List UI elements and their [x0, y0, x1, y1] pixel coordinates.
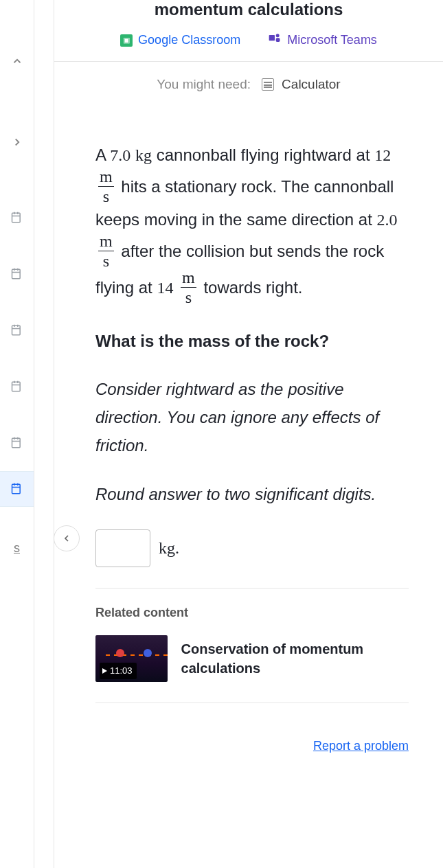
divider	[95, 588, 409, 589]
problem-statement: A 7.0 kg cannonball flying rightward at …	[95, 141, 409, 307]
svg-rect-6	[269, 35, 275, 41]
microsoft-teams-icon	[268, 32, 282, 49]
related-content-item[interactable]: 11:03 Conservation of momentum calculati…	[95, 635, 409, 682]
video-duration-badge: 11:03	[100, 663, 137, 679]
chevron-up-icon[interactable]	[11, 55, 23, 67]
google-classroom-label: Google Classroom	[138, 33, 240, 47]
svg-rect-5	[12, 484, 20, 493]
sidebar-item-4[interactable]	[10, 379, 25, 394]
related-heading: Related content	[95, 602, 409, 624]
svg-point-7	[276, 34, 280, 37]
fraction-m-s-1: ms	[98, 168, 114, 205]
play-icon	[102, 668, 107, 674]
report-problem-link[interactable]: Report a problem	[313, 739, 409, 753]
answer-row: kg.	[95, 529, 409, 567]
share-row: ▣ Google Classroom Microsoft Teams	[68, 32, 429, 49]
share-microsoft-teams[interactable]: Microsoft Teams	[268, 32, 377, 49]
chevron-right-icon[interactable]	[11, 136, 23, 148]
svg-rect-0	[12, 213, 20, 222]
fraction-m-s-3: ms	[181, 269, 196, 306]
sidebar-item-selected[interactable]	[0, 471, 34, 507]
need-prefix: You might need:	[157, 77, 251, 91]
svg-rect-1	[12, 269, 20, 278]
you-might-need-row: You might need: Calculator	[54, 61, 443, 107]
video-thumbnail: 11:03	[95, 635, 168, 682]
collapse-sidebar-button[interactable]	[54, 525, 80, 551]
hint-text: Consider rightward as the positive direc…	[95, 376, 409, 459]
share-google-classroom[interactable]: ▣ Google Classroom	[120, 32, 240, 49]
answer-unit: kg.	[159, 534, 179, 562]
main-content: momentum calculations ▣ Google Classroom…	[54, 0, 443, 868]
problem-content: A 7.0 kg cannonball flying rightward at …	[54, 107, 443, 773]
left-rail: s	[0, 0, 34, 868]
sidebar-item-2[interactable]	[10, 266, 25, 282]
fraction-m-s-2: ms	[98, 233, 114, 269]
google-classroom-icon: ▣	[120, 34, 133, 47]
question-text: What is the mass of the rock?	[95, 328, 409, 356]
sidebar-item-1[interactable]	[10, 210, 25, 225]
need-tool[interactable]: Calculator	[282, 77, 341, 91]
svg-rect-8	[276, 38, 280, 42]
sidebar-item-5[interactable]	[10, 435, 25, 450]
sidebar-bottom-label[interactable]: s	[14, 541, 20, 556]
svg-rect-3	[12, 382, 20, 391]
sidebar-item-3[interactable]	[10, 323, 25, 338]
related-item-title: Conservation of momentum calculations	[181, 639, 409, 678]
divider-2	[95, 703, 409, 703]
calculator-icon	[262, 78, 274, 91]
svg-rect-4	[12, 438, 20, 447]
answer-input[interactable]	[95, 529, 150, 567]
svg-rect-2	[12, 326, 20, 334]
microsoft-teams-label: Microsoft Teams	[287, 33, 377, 47]
rounding-instruction: Round answer to two significant digits.	[95, 481, 409, 509]
header: momentum calculations ▣ Google Classroom…	[54, 0, 443, 61]
page-title: momentum calculations	[68, 0, 429, 19]
